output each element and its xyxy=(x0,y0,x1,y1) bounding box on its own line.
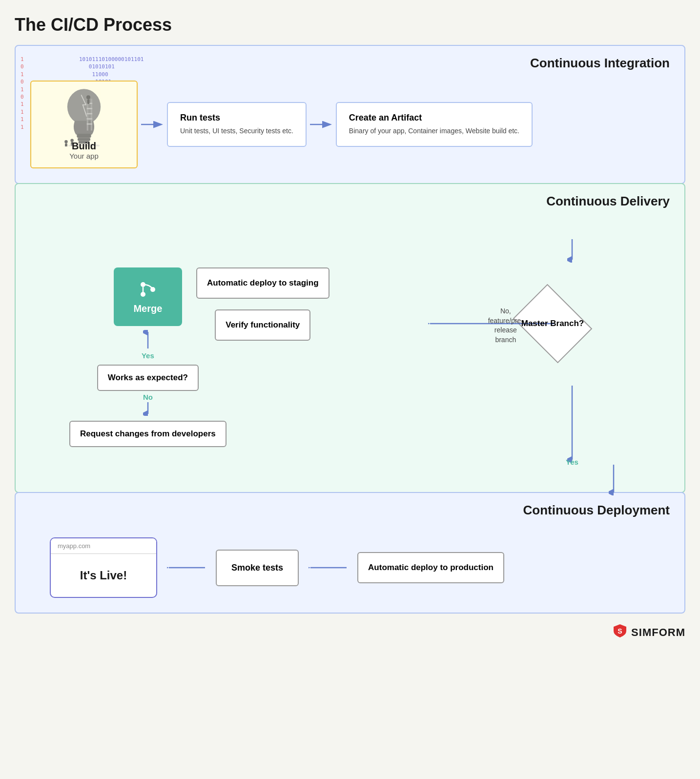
cd-section: Continuous Delivery xyxy=(15,183,685,493)
yes-down-arrow-svg xyxy=(567,385,577,463)
svg-rect-12 xyxy=(87,99,90,104)
svg-rect-8 xyxy=(87,113,92,114)
yes-down-label: Yes xyxy=(566,458,578,466)
run-tests-title: Run tests xyxy=(180,113,293,123)
svg-rect-9 xyxy=(87,118,92,119)
middle-column: Automatic deploy to staging Verify funct… xyxy=(196,267,329,341)
cdeploy-title: Continuous Deployment xyxy=(30,503,670,518)
run-tests-body: Unit tests, UI tests, Security tests etc… xyxy=(180,126,293,136)
simform-icon: S xyxy=(613,623,627,641)
build-box: Build Your app xyxy=(30,81,138,168)
ci-arrow2 xyxy=(307,120,336,129)
svg-rect-14 xyxy=(65,144,67,147)
deploy-staging-box: Automatic deploy to staging xyxy=(196,267,329,299)
live-box-body: It's Live! xyxy=(51,554,156,597)
live-box-header: myapp.com xyxy=(51,538,156,554)
ci-arrow1 xyxy=(138,120,167,129)
svg-point-22 xyxy=(141,292,145,297)
ci-to-cd-arrow xyxy=(567,238,577,263)
merge-box: Merge xyxy=(114,267,182,326)
master-branch-diamond: Master Branch? xyxy=(514,292,592,355)
svg-point-0 xyxy=(67,89,101,124)
cdeploy-section: Continuous Deployment myapp.com It's Liv… xyxy=(15,492,685,614)
auto-to-smoke-arrow xyxy=(299,563,357,573)
run-tests-box: Run tests Unit tests, UI tests, Security… xyxy=(167,102,307,147)
live-box: myapp.com It's Live! xyxy=(50,537,157,598)
svg-point-13 xyxy=(64,140,68,144)
simform-logo: S SIMFORM xyxy=(15,623,685,641)
build-box-text: Build Your app xyxy=(69,141,99,160)
yes-down-group: Yes xyxy=(566,385,578,466)
no-label-text: No xyxy=(143,393,153,401)
request-changes-box: Request changes from developers xyxy=(69,421,226,447)
diagram-wrapper: 1010101111 10101110100000101101 01010101… xyxy=(15,45,685,614)
up-arrow-svg xyxy=(143,330,153,349)
page-title: The CI/CD Process xyxy=(15,15,685,35)
smoke-tests-box: Smoke tests xyxy=(216,550,299,586)
lightbulb-svg xyxy=(52,83,116,146)
right-column: Master Branch? No, feature/pre-release b… xyxy=(514,238,631,466)
down-arrow-svg xyxy=(143,401,153,416)
auto-prod-box: Automatic deploy to production xyxy=(357,552,504,583)
binary-left: 1010101111 xyxy=(21,56,24,131)
svg-rect-7 xyxy=(87,108,92,109)
cd-title: Continuous Delivery xyxy=(30,194,670,209)
svg-point-11 xyxy=(86,95,90,99)
no-feature-text: No, feature/pre-release branch xyxy=(488,307,523,345)
merge-label: Merge xyxy=(133,303,162,314)
svg-rect-10 xyxy=(87,123,92,124)
lightbulb-illustration xyxy=(31,82,137,148)
build-label: Build xyxy=(69,141,99,152)
simform-name: SIMFORM xyxy=(631,626,685,639)
yes-label-merge xyxy=(143,330,153,351)
cd-to-cdeploy-arrow xyxy=(609,464,618,495)
ci-section: 1010101111 10101110100000101101 01010101… xyxy=(15,45,685,184)
smoke-to-live-arrow xyxy=(157,563,216,573)
build-sublabel: Your app xyxy=(69,152,99,160)
artifact-body: Binary of your app, Container images, We… xyxy=(349,126,519,136)
verify-box: Verify functionality xyxy=(215,309,310,341)
works-box: Works as expected? xyxy=(97,365,199,391)
artifact-title: Create an Artifact xyxy=(349,113,519,123)
svg-text:S: S xyxy=(618,627,622,635)
ci-inner: Build Your app Run tests Unit tests, UI … xyxy=(30,81,670,168)
merge-icon xyxy=(138,280,158,299)
master-branch-label: Master Branch? xyxy=(521,319,584,328)
svg-rect-1 xyxy=(77,134,91,138)
cdeploy-inner: myapp.com It's Live! Smoke tests xyxy=(30,528,670,598)
artifact-box: Create an Artifact Binary of your app, C… xyxy=(336,102,533,147)
yes-label-text: Yes xyxy=(142,351,154,360)
cd-flow: Merge Yes Works as expected? No xyxy=(30,219,670,472)
